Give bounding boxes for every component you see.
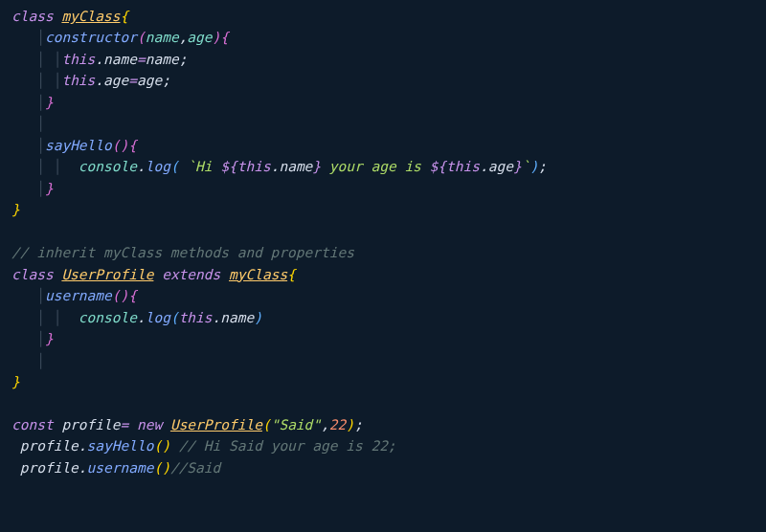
code-line: class myClass{ [11, 9, 128, 24]
blank-line [11, 395, 20, 410]
code-block: class myClass{ │constructor(name,age){ │… [11, 6, 755, 478]
code-line: │ │ console.log( `Hi ${this.name} your a… [11, 159, 547, 174]
code-line: │constructor(name,age){ [11, 30, 229, 45]
blank-line [11, 224, 20, 239]
code-line: } [11, 374, 20, 389]
code-line: │ │this.name=name; [11, 52, 187, 67]
code-line: profile.sayHello() // Hi Said your age i… [11, 438, 396, 454]
code-line: │} [11, 331, 54, 346]
code-line: // inherit myClass methods and propertie… [11, 245, 354, 260]
code-line: │ [11, 116, 45, 131]
code-line: const profile= new UserProfile("Said",22… [11, 417, 363, 432]
code-line: │sayHello(){ [11, 138, 137, 153]
code-line: │username(){ [11, 288, 137, 303]
code-line: class UserProfile extends myClass{ [11, 267, 296, 282]
code-line: profile.username()//Said [11, 460, 220, 476]
code-line: │} [11, 95, 54, 110]
code-line: │ [11, 353, 45, 368]
code-line: } [11, 202, 20, 217]
code-line: │ │this.age=age; [11, 73, 170, 88]
code-line: │ │ console.log(this.name) [11, 310, 262, 325]
code-line: │} [11, 181, 54, 196]
